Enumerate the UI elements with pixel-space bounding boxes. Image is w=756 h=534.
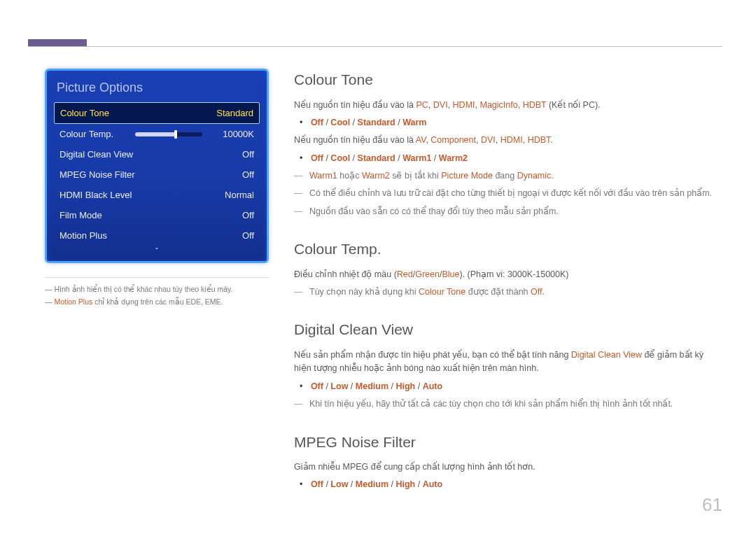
osd-value: Off	[209, 169, 254, 180]
osd-value: Standard	[209, 108, 253, 118]
header-rule	[28, 46, 722, 47]
footnote: ― Hình ảnh hiển thị có thể khác nhau tùy…	[45, 285, 269, 293]
heading: Colour Tone	[294, 69, 722, 92]
section-colour-temp: Colour Temp. Điều chỉnh nhiệt độ màu (Re…	[294, 238, 722, 299]
note: Warm1 hoặc Warm2 sẽ bị tắt khi Picture M…	[294, 169, 722, 183]
content-columns: Picture Options Colour Tone Standard Col…	[45, 39, 722, 496]
right-column: Colour Tone Nếu nguồn tín hiệu đầu vào l…	[294, 69, 722, 496]
osd-label: MPEG Noise Filter	[59, 169, 209, 180]
chevron-down-icon[interactable]: ˇ	[54, 246, 260, 257]
body-text: Nếu sản phẩm nhận được tín hiệu phát yếu…	[294, 349, 722, 376]
osd-label: Motion Plus	[59, 230, 209, 241]
note: Nguồn đầu vào sẵn có có thể thay đổi tùy…	[294, 205, 722, 218]
osd-row-film-mode[interactable]: Film Mode Off	[54, 205, 260, 225]
osd-footnotes: ― Hình ảnh hiển thị có thể khác nhau tùy…	[45, 277, 269, 306]
osd-value: 10000K	[209, 129, 254, 139]
osd-row-digital-clean-view[interactable]: Digital Clean View Off	[54, 144, 260, 164]
osd-panel: Picture Options Colour Tone Standard Col…	[45, 69, 269, 263]
osd-row-colour-temp[interactable]: Colour Temp. 10000K	[54, 124, 260, 144]
body-text: Điều chỉnh nhiệt độ màu (Red/Green/Blue)…	[294, 268, 722, 281]
heading: MPEG Noise Filter	[294, 431, 722, 454]
osd-value: Off	[209, 210, 254, 220]
osd-row-motion-plus[interactable]: Motion Plus Off	[54, 225, 260, 246]
option-list: Off / Cool / Standard / Warm	[309, 116, 722, 129]
heading: Colour Temp.	[294, 238, 722, 261]
left-column: Picture Options Colour Tone Standard Col…	[45, 69, 269, 496]
osd-label: HDMI Black Level	[59, 190, 209, 200]
osd-label: Colour Temp.	[59, 129, 135, 139]
heading: Digital Clean View	[294, 318, 722, 342]
option-list: Off / Cool / Standard / Warm1 / Warm2	[309, 152, 722, 165]
section-colour-tone: Colour Tone Nếu nguồn tín hiệu đầu vào l…	[294, 69, 722, 218]
page-number: 61	[702, 494, 722, 516]
note: Có thể điều chỉnh và lưu trữ cài đặt cho…	[294, 187, 722, 200]
option-list: Off / Low / Medium / High / Auto	[309, 478, 722, 491]
section-mpeg-noise-filter: MPEG Noise Filter Giảm nhiễu MPEG để cun…	[294, 431, 722, 492]
body-text: Giảm nhiễu MPEG để cung cấp chất lượng h…	[294, 461, 722, 474]
body-text: Nếu nguồn tín hiệu đầu vào là AV, Compon…	[294, 134, 722, 147]
osd-value: Off	[209, 230, 254, 241]
footnote: ― Motion Plus chỉ khả dụng trên các mẫu …	[45, 297, 269, 306]
osd-row-colour-tone[interactable]: Colour Tone Standard	[54, 102, 260, 124]
body-text: Nếu nguồn tín hiệu đầu vào là PC, DVI, H…	[294, 99, 722, 112]
osd-value: Normal	[209, 190, 254, 200]
osd-value: Off	[209, 149, 254, 160]
osd-slider[interactable]	[135, 132, 202, 136]
section-tab-marker	[28, 39, 87, 46]
section-digital-clean-view: Digital Clean View Nếu sản phẩm nhận đượ…	[294, 318, 722, 411]
option-list: Off / Low / Medium / High / Auto	[309, 380, 722, 393]
osd-label: Digital Clean View	[59, 149, 209, 160]
osd-label: Colour Tone	[60, 108, 209, 118]
note: Khi tín hiệu yếu, hãy thử tất cả các tùy…	[294, 398, 722, 411]
note: Tùy chọn này khả dụng khi Colour Tone đư…	[294, 286, 722, 299]
page: Picture Options Colour Tone Standard Col…	[0, 0, 756, 534]
osd-title: Picture Options	[54, 78, 260, 102]
osd-row-mpeg-noise-filter[interactable]: MPEG Noise Filter Off	[54, 164, 260, 185]
osd-row-hdmi-black-level[interactable]: HDMI Black Level Normal	[54, 185, 260, 205]
osd-label: Film Mode	[59, 210, 209, 220]
